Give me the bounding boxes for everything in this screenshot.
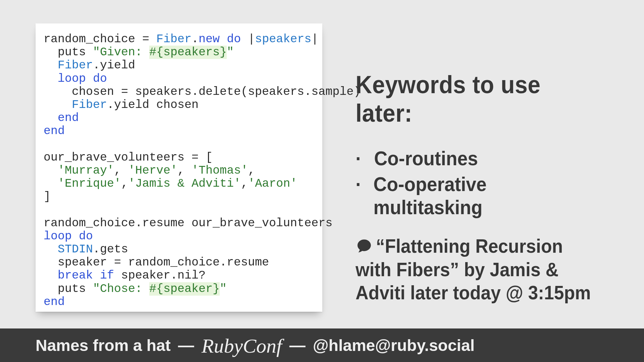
code-token: , bbox=[114, 164, 128, 177]
code-token: speaker.nil? bbox=[114, 269, 206, 282]
code-token: 'Herve' bbox=[128, 164, 177, 177]
code-snippet-card: random_choice = Fiber.new do |speakers| … bbox=[36, 23, 322, 312]
right-column: Keywords to use later: ·Co-routines·Co-o… bbox=[356, 70, 614, 304]
code-token: 'Thomas' bbox=[192, 164, 248, 177]
code-token: #{speakers} bbox=[149, 46, 227, 59]
footer-separator-2: — bbox=[289, 336, 306, 355]
code-token: , bbox=[248, 164, 255, 177]
footer-social-handle: @hlame@ruby.social bbox=[313, 336, 475, 355]
related-talk-text: “Flattening Recursion with Fibers” by Ja… bbox=[356, 235, 591, 303]
code-token bbox=[44, 269, 58, 282]
code-token: , bbox=[177, 164, 192, 177]
code-token: 'Aaron' bbox=[248, 177, 297, 190]
code-token: puts bbox=[44, 46, 93, 59]
code-token: our_brave_volunteers = [ bbox=[44, 151, 213, 164]
code-token: end bbox=[58, 111, 79, 125]
code-token bbox=[44, 177, 58, 190]
code-token: Fiber bbox=[58, 59, 93, 72]
code-token: end bbox=[44, 295, 65, 309]
code-token: Fiber bbox=[156, 33, 192, 46]
slide-root: random_choice = Fiber.new do |speakers| … bbox=[0, 0, 644, 362]
code-token: STDIN bbox=[58, 243, 93, 256]
code-token: Fiber bbox=[72, 98, 107, 112]
code-token: break if bbox=[58, 269, 114, 282]
code-token bbox=[44, 164, 58, 177]
code-token bbox=[44, 72, 58, 85]
code-token: end bbox=[44, 124, 65, 138]
code-token bbox=[220, 33, 227, 46]
list-item-label: Co-operative multitasking bbox=[373, 173, 593, 219]
list-item-label: Co-routines bbox=[374, 147, 478, 170]
footer-conference-name: RubyConf bbox=[202, 335, 282, 358]
code-token: puts bbox=[44, 282, 93, 296]
code-token: " bbox=[220, 282, 227, 296]
footer-separator-1: — bbox=[178, 336, 194, 355]
code-token: loop do bbox=[58, 72, 107, 85]
keywords-heading: Keywords to use later: bbox=[356, 70, 593, 127]
related-talk-reference: “Flattening Recursion with Fibers” by Ja… bbox=[356, 234, 593, 304]
code-token bbox=[44, 59, 58, 72]
code-token bbox=[44, 111, 58, 125]
code-token: . bbox=[192, 33, 199, 46]
code-snippet: random_choice = Fiber.new do |speakers| … bbox=[44, 33, 314, 309]
keywords-list: ·Co-routines·Co-operative multitasking bbox=[356, 147, 593, 219]
code-token: | bbox=[241, 33, 255, 46]
speech-bubble-icon bbox=[356, 237, 373, 255]
code-token: " bbox=[227, 46, 234, 59]
footer-talk-title: Names from a hat bbox=[36, 336, 171, 355]
code-token: speaker = random_choice.resume bbox=[44, 256, 269, 269]
code-token: new bbox=[199, 33, 220, 46]
code-token: ] bbox=[44, 190, 51, 203]
list-item: ·Co-routines bbox=[356, 147, 593, 170]
code-token: loop do bbox=[44, 230, 93, 243]
code-token: do bbox=[227, 33, 241, 46]
code-token: "Chose: bbox=[93, 282, 149, 296]
code-token: random_choice = bbox=[44, 33, 156, 46]
list-item: ·Co-operative multitasking bbox=[356, 173, 593, 219]
code-token: "Given: bbox=[93, 46, 149, 59]
code-token bbox=[44, 98, 72, 112]
code-token: .gets bbox=[93, 243, 128, 256]
code-token: random_choice.resume our_brave_volunteer… bbox=[44, 217, 332, 230]
code-token: , bbox=[121, 177, 128, 190]
code-token: 'Murray' bbox=[58, 164, 114, 177]
slide-footer: Names from a hat — RubyConf — @hlame@rub… bbox=[0, 328, 644, 362]
code-token: , bbox=[241, 177, 248, 190]
code-token: .yield bbox=[93, 59, 135, 72]
code-token: 'Enrique' bbox=[58, 177, 121, 190]
code-token: chosen = speakers.delete(speakers.sample… bbox=[44, 85, 361, 99]
bullet-dot-icon: · bbox=[356, 147, 374, 170]
code-token: #{speaker} bbox=[149, 282, 220, 296]
code-token: 'Jamis & Adviti' bbox=[128, 177, 241, 190]
code-token: speakers bbox=[255, 33, 311, 46]
code-token: .yield chosen bbox=[107, 98, 199, 112]
bullet-dot-icon: · bbox=[356, 173, 373, 196]
code-token: | bbox=[311, 33, 318, 46]
code-token bbox=[44, 243, 58, 256]
